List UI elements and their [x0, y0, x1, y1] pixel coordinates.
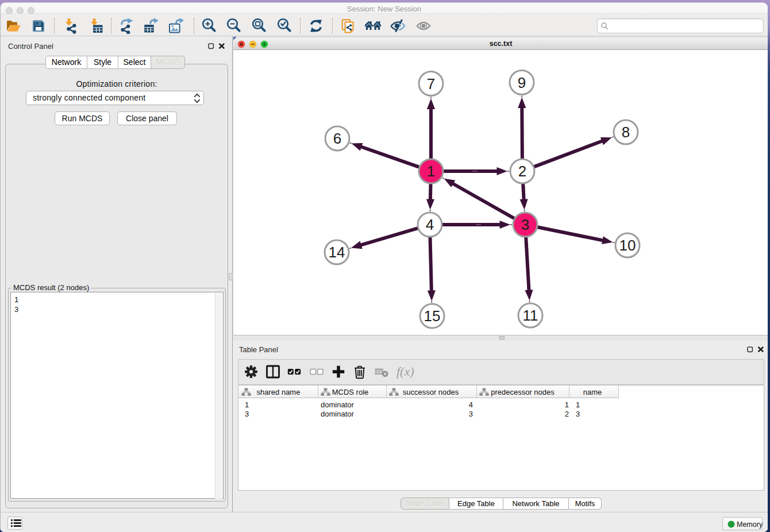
svg-text:f(x): f(x)	[396, 364, 414, 379]
svg-text:1: 1	[427, 163, 435, 180]
svg-text:2: 2	[518, 163, 526, 180]
svg-text:8: 8	[622, 124, 630, 141]
svg-text:9: 9	[518, 74, 526, 91]
svg-text:15: 15	[424, 307, 441, 325]
svg-text:3: 3	[521, 216, 529, 233]
svg-text:10: 10	[619, 237, 636, 254]
svg-text:6: 6	[333, 130, 341, 147]
svg-text:7: 7	[427, 75, 435, 92]
svg-text:14: 14	[329, 244, 345, 261]
svg-text:4: 4	[426, 216, 434, 233]
svg-text:11: 11	[523, 307, 538, 324]
